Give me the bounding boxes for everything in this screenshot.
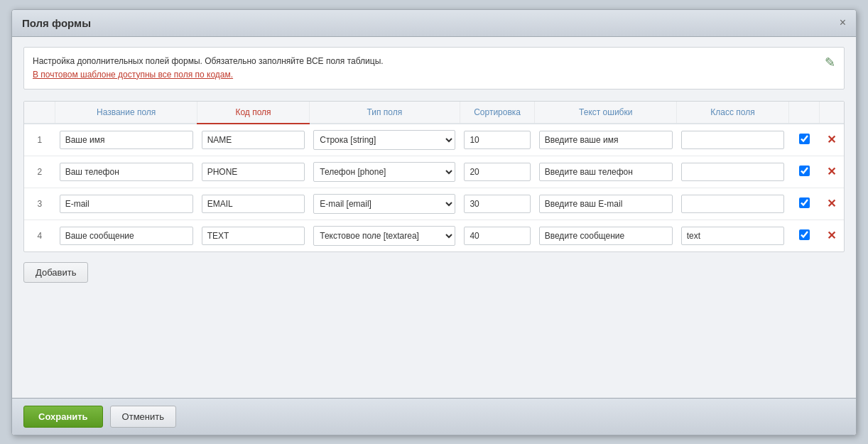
col-header-name: Название поля xyxy=(55,102,197,124)
field-code-input[interactable] xyxy=(202,163,305,181)
col-header-type: Тип поля xyxy=(309,102,460,124)
table-body: 1Строка [string]Телефон [phone]E-mail [e… xyxy=(24,124,844,251)
field-required-checkbox[interactable] xyxy=(799,229,810,240)
col-header-sort: Сортировка xyxy=(460,102,534,124)
delete-row-button[interactable]: ✕ xyxy=(827,230,836,242)
row-number: 1 xyxy=(24,124,55,156)
field-type-select[interactable]: Строка [string]Телефон [phone]E-mail [em… xyxy=(313,162,455,182)
fields-table-container: Название поля Код поля Тип поля Сортиров… xyxy=(23,101,845,252)
field-required-cell xyxy=(788,156,820,188)
close-button[interactable]: × xyxy=(840,17,846,28)
field-type-select[interactable]: Строка [string]Телефон [phone]E-mail [em… xyxy=(313,130,455,150)
info-line1: Настройка дополнительных полей формы. Об… xyxy=(33,56,384,66)
col-header-check xyxy=(788,102,820,124)
field-code-input[interactable] xyxy=(202,131,305,149)
dialog-header: Поля формы × xyxy=(12,10,856,37)
col-header-del xyxy=(820,102,844,124)
dialog-footer: Сохранить Отменить xyxy=(12,398,856,435)
info-bar: Настройка дополнительных полей формы. Об… xyxy=(23,47,845,90)
form-fields-dialog: Поля формы × Настройка дополнительных по… xyxy=(11,9,857,435)
field-class-input[interactable] xyxy=(681,195,785,213)
field-error-input[interactable] xyxy=(539,131,673,149)
table-row: 3Строка [string]Телефон [phone]E-mail [e… xyxy=(24,188,844,220)
field-required-cell xyxy=(788,220,820,251)
field-required-checkbox[interactable] xyxy=(799,134,810,144)
delete-row-button[interactable]: ✕ xyxy=(827,166,836,178)
dialog-body: Настройка дополнительных полей формы. Об… xyxy=(12,37,856,398)
edit-icon-button[interactable]: ✎ xyxy=(825,55,835,70)
field-class-input[interactable] xyxy=(681,227,785,245)
add-button[interactable]: Добавить xyxy=(23,262,88,283)
delete-row-button[interactable]: ✕ xyxy=(827,198,836,210)
row-number: 4 xyxy=(24,220,55,251)
field-name-input[interactable] xyxy=(60,195,193,213)
field-sort-input[interactable] xyxy=(464,163,530,181)
table-row: 4Строка [string]Телефон [phone]E-mail [e… xyxy=(24,220,844,251)
delete-row-button[interactable]: ✕ xyxy=(827,134,836,146)
field-type-select[interactable]: Строка [string]Телефон [phone]E-mail [em… xyxy=(313,226,455,246)
field-sort-input[interactable] xyxy=(464,195,530,213)
cancel-button[interactable]: Отменить xyxy=(110,406,176,428)
col-header-class: Класс поля xyxy=(677,102,789,124)
field-required-checkbox[interactable] xyxy=(799,197,810,208)
row-number: 2 xyxy=(24,156,55,188)
field-type-select[interactable]: Строка [string]Телефон [phone]E-mail [em… xyxy=(313,194,455,214)
field-error-input[interactable] xyxy=(539,195,673,213)
col-header-num xyxy=(24,102,55,124)
row-number: 3 xyxy=(24,188,55,220)
table-row: 1Строка [string]Телефон [phone]E-mail [e… xyxy=(24,124,844,156)
info-text: Настройка дополнительных полей формы. Об… xyxy=(33,55,384,82)
table-header-row: Название поля Код поля Тип поля Сортиров… xyxy=(24,102,844,124)
field-error-input[interactable] xyxy=(539,227,673,245)
dialog-title: Поля формы xyxy=(22,17,91,29)
info-line2: В почтовом шаблоне доступны все поля по … xyxy=(33,70,233,80)
field-code-input[interactable] xyxy=(202,227,305,245)
save-button[interactable]: Сохранить xyxy=(23,406,103,428)
field-class-input[interactable] xyxy=(681,131,785,149)
field-required-checkbox[interactable] xyxy=(799,166,810,176)
field-name-input[interactable] xyxy=(60,163,193,181)
field-class-input[interactable] xyxy=(681,163,785,181)
field-name-input[interactable] xyxy=(60,131,193,149)
col-header-code: Код поля xyxy=(197,102,310,124)
field-code-input[interactable] xyxy=(202,195,305,213)
col-header-error: Текст ошибки xyxy=(535,102,677,124)
field-sort-input[interactable] xyxy=(464,227,530,245)
field-name-input[interactable] xyxy=(60,227,193,245)
fields-table: Название поля Код поля Тип поля Сортиров… xyxy=(24,102,844,251)
field-required-cell xyxy=(788,124,820,156)
field-error-input[interactable] xyxy=(539,163,673,181)
field-sort-input[interactable] xyxy=(464,131,530,149)
field-required-cell xyxy=(788,188,820,220)
table-row: 2Строка [string]Телефон [phone]E-mail [e… xyxy=(24,156,844,188)
